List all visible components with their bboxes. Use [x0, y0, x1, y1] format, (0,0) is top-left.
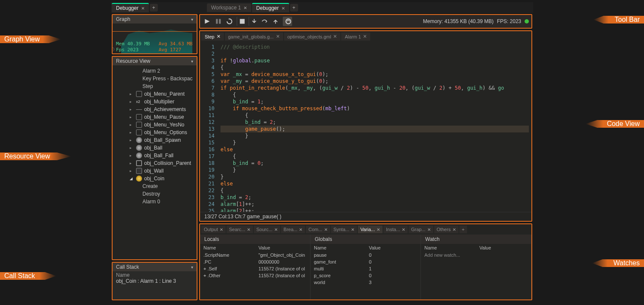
watch-row[interactable]: world3: [310, 279, 421, 286]
realtime-toggle[interactable]: [283, 17, 292, 26]
close-icon[interactable]: ✕: [427, 227, 431, 232]
close-icon[interactable]: ✕: [351, 227, 354, 232]
add-tab-button[interactable]: +: [459, 226, 467, 233]
close-icon[interactable]: ✕: [377, 227, 380, 232]
bottom-tab[interactable]: Sourc...✕: [254, 226, 280, 233]
close-icon[interactable]: ✕: [324, 227, 328, 232]
tree-arrow-icon[interactable]: ▸: [130, 161, 134, 165]
close-icon[interactable]: ✕: [281, 6, 285, 11]
watch-row[interactable]: .ScriptName"gml_Object_obj_Coin: [200, 252, 310, 258]
bottom-tab[interactable]: Output✕: [201, 226, 226, 233]
tree-arrow-icon[interactable]: ▸: [130, 107, 134, 111]
close-icon[interactable]: ✕: [220, 227, 223, 232]
tree-event[interactable]: Step: [113, 82, 197, 90]
chevron-down-icon[interactable]: ▾: [191, 265, 193, 270]
bottom-tab[interactable]: Brea...✕: [281, 226, 305, 233]
bottom-tab[interactable]: Searc...✕: [226, 226, 253, 233]
chevron-down-icon[interactable]: ▾: [191, 17, 193, 22]
close-icon[interactable]: ✕: [363, 34, 367, 39]
chevron-down-icon[interactable]: ▾: [191, 59, 193, 64]
bottom-tab[interactable]: Others✕: [434, 226, 458, 233]
box-icon: [136, 91, 142, 97]
tree-event[interactable]: Create: [113, 182, 197, 190]
step-into-button[interactable]: [249, 17, 258, 26]
resource-view-header[interactable]: Resource View ▾: [113, 57, 197, 65]
tree-event[interactable]: Destroy: [113, 190, 197, 198]
add-tab-button[interactable]: +: [290, 4, 298, 12]
tab-workspace1[interactable]: Workspace 1✕: [207, 3, 251, 12]
close-icon[interactable]: ✕: [299, 227, 302, 232]
tree-item[interactable]: ▸obj_Ball: [113, 144, 197, 152]
tree-arrow-icon[interactable]: ▸: [130, 115, 134, 119]
tree-item[interactable]: ▸obj_Wall: [113, 167, 197, 175]
bottom-tab[interactable]: Insta...✕: [383, 226, 408, 233]
close-icon[interactable]: ✕: [402, 227, 405, 232]
watch-row[interactable]: pause0: [310, 252, 421, 258]
resource-tree[interactable]: Alarm 2Key Press - BackspacStep▸obj_Menu…: [113, 65, 197, 259]
tree-event[interactable]: Alarm 0: [113, 198, 197, 205]
bottom-tab[interactable]: Synta...✕: [331, 226, 357, 233]
add-watch-placeholder[interactable]: Add new watch...: [421, 252, 531, 258]
tree-arrow-icon[interactable]: ▸: [130, 123, 134, 127]
close-icon[interactable]: ✕: [274, 227, 278, 232]
tree-event[interactable]: Key Press - Backspac: [113, 75, 197, 82]
tree-arrow-icon[interactable]: ▸: [130, 130, 134, 135]
step-over-button[interactable]: [260, 17, 269, 26]
watch-row[interactable]: multi1: [310, 265, 421, 272]
tree-arrow-icon[interactable]: ▸: [130, 169, 134, 173]
tree-item[interactable]: ▸obj_Menu_YesNo: [113, 121, 197, 129]
restart-button[interactable]: [225, 17, 234, 26]
tree-arrow-icon[interactable]: ◢: [130, 176, 134, 181]
tree-item[interactable]: ▸obj_Menu_Pause: [113, 113, 197, 121]
tab-debugger-left[interactable]: Debugger✕: [112, 3, 149, 12]
tree-item[interactable]: ▸obj_Collision_Parent: [113, 159, 197, 167]
tree-arrow-icon[interactable]: ▸: [130, 153, 134, 158]
step-out-button[interactable]: [271, 17, 280, 26]
tree-item[interactable]: ▸x2obj_Multiplier: [113, 98, 197, 106]
add-tab-button[interactable]: +: [150, 4, 158, 12]
pause-button[interactable]: [214, 17, 223, 26]
close-icon[interactable]: ✕: [453, 227, 456, 232]
left-tabrow: Debugger✕ +: [111, 2, 198, 13]
tree-event[interactable]: Alarm 2: [113, 67, 197, 75]
watch-row[interactable]: +.Self115572 (Instance of ol: [200, 265, 310, 272]
tree-item[interactable]: ▸obj_Achievements: [113, 106, 197, 113]
close-icon[interactable]: ✕: [141, 6, 145, 11]
tree-item[interactable]: ▸obj_Menu_Parent: [113, 90, 197, 98]
help-icon[interactable]: ⓘ: [112, 47, 114, 53]
code-tab[interactable]: Alarm 1✕: [341, 32, 370, 41]
x2-icon: x2: [136, 100, 142, 104]
globals-pane: Globals NameValue pause0game_font0multi1…: [310, 235, 421, 299]
bottom-tab[interactable]: Com...✕: [306, 226, 330, 233]
line-gutter: 1234567891011121314151617181920212223242…: [200, 42, 218, 212]
tab-debugger-right[interactable]: Debugger✕: [252, 3, 289, 12]
graph-header[interactable]: Graph ▾: [113, 15, 197, 23]
bottom-tab[interactable]: Varia...✕: [358, 226, 383, 233]
close-icon[interactable]: ✕: [244, 6, 247, 10]
code-tab[interactable]: Step✕: [201, 32, 224, 41]
code-tab[interactable]: game_init_globals.g...✕: [225, 32, 283, 41]
tree-arrow-icon[interactable]: ▸: [130, 146, 134, 150]
tree-arrow-icon[interactable]: ▸: [130, 100, 134, 104]
watch-row[interactable]: .PC00000000: [200, 258, 310, 265]
tree-item[interactable]: ▸obj_Ball_Fall: [113, 152, 197, 159]
close-icon[interactable]: ✕: [276, 34, 280, 39]
tree-arrow-icon[interactable]: ▸: [130, 92, 134, 96]
close-icon[interactable]: ✕: [333, 34, 337, 39]
code-editor[interactable]: 1234567891011121314151617181920212223242…: [200, 42, 531, 212]
watch-row[interactable]: +.Other115572 (Instance of ol: [200, 272, 310, 279]
tree-arrow-icon[interactable]: ▸: [130, 138, 134, 142]
callstack-entry[interactable]: obj_Coin : Alarm 1 : Line 3: [116, 278, 193, 284]
play-button[interactable]: [203, 17, 212, 26]
tree-item[interactable]: ▸obj_Ball_Spawn: [113, 136, 197, 144]
watch-row[interactable]: p_score0: [310, 272, 421, 279]
watch-row[interactable]: game_font0: [310, 258, 421, 265]
close-icon[interactable]: ✕: [217, 34, 220, 39]
tree-item[interactable]: ◢obj_Coin: [113, 175, 197, 182]
bottom-tab[interactable]: Grap...✕: [409, 226, 433, 233]
stop-button[interactable]: [237, 17, 246, 26]
callstack-header[interactable]: Call Stack ▾: [113, 263, 197, 271]
close-icon[interactable]: ✕: [247, 227, 250, 232]
code-tab[interactable]: optimise_objects.gml✕: [284, 32, 341, 41]
tree-item[interactable]: ▸obj_Menu_Options: [113, 129, 197, 136]
